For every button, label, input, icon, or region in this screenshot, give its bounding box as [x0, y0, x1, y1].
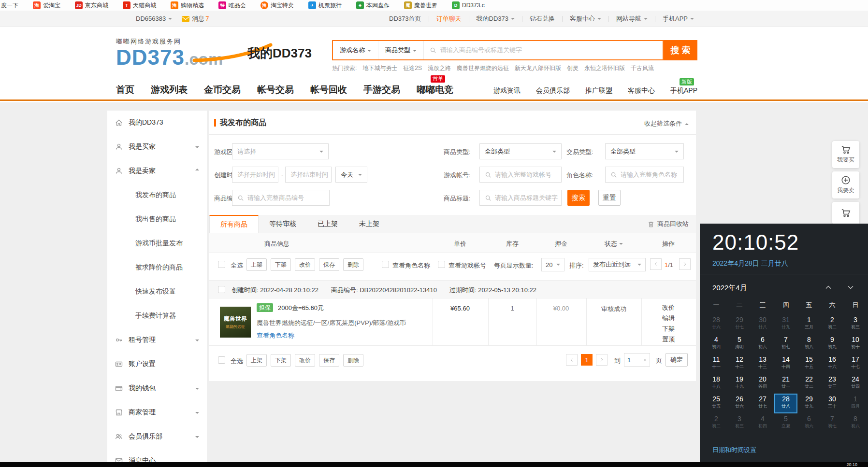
calendar-day-cell[interactable]: 27 廿七 [751, 394, 774, 413]
calendar-day-cell[interactable]: 3 初三 [844, 314, 867, 334]
filter-end-date-input[interactable]: 选择结束时间 [285, 167, 332, 183]
sidebar-item[interactable]: 商家管理 [107, 400, 207, 425]
bookmark-item[interactable]: ✈ 机票旅行 [308, 1, 342, 10]
filter-goods-sn-input[interactable]: 请输入完整商品编号 [232, 190, 330, 206]
sidebar-item[interactable]: 游戏币批量发布 [107, 231, 207, 255]
search-input[interactable]: 请输入商品编号或标题关键字 [424, 46, 663, 55]
bookmark-item[interactable]: 淘 购物精选 [171, 1, 204, 10]
row-action-link[interactable]: 改价 [662, 302, 675, 313]
select-all-checkbox[interactable] [218, 356, 225, 364]
calendar-day-cell[interactable]: 14 十四 [774, 354, 797, 374]
search-button[interactable]: 搜 索 [664, 40, 697, 60]
sort-select[interactable]: 发布由近到远 [589, 258, 646, 271]
calendar-day-cell[interactable]: 2 初二 [821, 314, 844, 334]
filter-goods-type-select[interactable]: 全部类型 [479, 143, 562, 159]
utility-nav-item[interactable]: 客服中心 [555, 14, 601, 23]
calendar-day-cell[interactable]: 20 谷雨 [751, 374, 774, 394]
calendar-day-cell[interactable]: 16 十六 [821, 354, 844, 374]
bookmark-item[interactable]: 度一下 [1, 1, 18, 10]
product-title[interactable]: 2000金=65.60元 [278, 304, 324, 312]
sidebar-item[interactable]: 我的钱包 [107, 376, 207, 400]
calendar-prev-month-button[interactable] [825, 283, 832, 291]
calendar-day-cell[interactable]: 7 初七 [774, 334, 797, 354]
bookmark-item[interactable]: 淘 淘宝特卖 [260, 1, 294, 10]
status-tab[interactable]: 已上架 [307, 215, 348, 233]
site-logo[interactable]: 嘟嘟网络游戏服务网 DD373.com [116, 37, 242, 69]
calendar-day-cell[interactable]: 6 初六 [751, 334, 774, 354]
hot-search-link[interactable]: 地下城与勇士 [362, 64, 397, 72]
page-1-button[interactable]: 1 [581, 354, 593, 366]
filter-trade-type-select[interactable]: 全部类型 [605, 143, 684, 159]
bookmark-item[interactable]: 淘 爱淘宝 [33, 1, 60, 10]
calendar-day-cell[interactable]: 22 廿二 [797, 374, 821, 394]
view-account-checkbox[interactable] [438, 261, 445, 268]
hot-search-link[interactable]: 魔兽世界燃烧的远征 [457, 64, 509, 72]
main-nav-item[interactable]: 帐号回收 [310, 84, 347, 96]
sidebar-item[interactable]: 我是卖家 [107, 159, 207, 183]
utility-nav-item[interactable]: 手机APP [648, 14, 694, 23]
bulk-action-button[interactable]: 改价 [295, 258, 315, 271]
user-id-dropdown[interactable]: DD656383 [136, 15, 172, 22]
bulk-action-button[interactable]: 改价 [295, 354, 315, 367]
sidebar-item[interactable]: 我的DD373 [107, 111, 207, 135]
row-action-link[interactable]: 置顶 [662, 334, 675, 345]
calendar-day-cell[interactable]: 30 廿八 [751, 314, 774, 334]
row-checkbox[interactable] [218, 286, 225, 293]
search-type-select[interactable]: 商品类型 [378, 41, 424, 59]
filter-game-account-input[interactable]: 请输入完整游戏帐号 [479, 167, 562, 183]
product-thumbnail[interactable]: 魔兽世界 燃烧的远征 [220, 307, 251, 338]
bookmark-item[interactable]: ♣ 本网盘作 [356, 1, 390, 10]
calendar-day-cell[interactable]: 28 廿八 [774, 394, 797, 413]
view-role-name-link[interactable]: 查看角色名称 [257, 331, 294, 340]
calendar-day-cell[interactable]: 5 立夏 [774, 413, 797, 433]
secondary-nav-item[interactable]: 游戏资讯 [493, 86, 521, 95]
bulk-action-button[interactable]: 保存 [319, 258, 339, 271]
calendar-day-cell[interactable]: 29 廿九 [797, 394, 821, 413]
calendar-day-cell[interactable]: 19 十九 [728, 374, 751, 394]
col-status-filter[interactable]: 状态 [605, 240, 623, 248]
status-tab[interactable]: 所有商品 [209, 215, 259, 233]
bulk-action-button[interactable]: 保存 [319, 354, 339, 367]
sidebar-item[interactable]: 会员俱乐部 [107, 425, 207, 449]
taskbar[interactable]: 20:10 [0, 462, 868, 467]
confirm-button[interactable]: 确定 [665, 353, 688, 367]
main-nav-item[interactable]: 首页 [116, 84, 134, 96]
calendar-day-cell[interactable]: 4 初四 [705, 334, 728, 354]
main-nav-item[interactable]: 首单 嘟嘟电竞 [417, 84, 453, 96]
calendar-day-cell[interactable]: 30 三十 [821, 394, 844, 413]
sidebar-item[interactable]: 租号管理 [107, 328, 207, 352]
calendar-day-cell[interactable]: 8 初八 [797, 334, 821, 354]
bulk-action-button[interactable]: 删除 [343, 258, 363, 271]
secondary-nav-item[interactable]: 客服中心 [628, 86, 655, 95]
calendar-day-cell[interactable]: 17 十七 [844, 354, 867, 374]
messages-link[interactable]: 消息 7 [182, 14, 209, 23]
float-buy-button[interactable]: 我要买 [832, 141, 859, 168]
filter-start-date-input[interactable]: 选择开始时间 [232, 167, 278, 183]
main-nav-item[interactable]: 手游交易 [363, 84, 400, 96]
recycle-bin-link[interactable]: 商品回收站 [648, 220, 689, 228]
sidebar-item[interactable]: 我是买家 [107, 135, 207, 159]
per-page-select[interactable]: 20 [541, 258, 564, 271]
hot-search-link[interactable]: 永恒之塔怀旧版 [584, 64, 625, 72]
status-tab[interactable]: 等待审核 [259, 215, 307, 233]
hot-search-link[interactable]: 征途2S [403, 64, 422, 72]
calendar-day-cell[interactable]: 13 十三 [751, 354, 774, 374]
filter-reset-button[interactable]: 重置 [598, 190, 621, 206]
secondary-nav-item[interactable]: 新版 手机APP [670, 86, 697, 95]
hot-search-link[interactable]: 流放之路 [428, 64, 451, 72]
utility-nav-item[interactable]: DD373首页 [389, 14, 421, 23]
search-game-select[interactable]: 游戏名称 [333, 41, 378, 59]
calendar-day-cell[interactable]: 23 廿三 [821, 374, 844, 394]
status-tab[interactable]: 未上架 [348, 215, 390, 233]
calendar-day-cell[interactable]: 4 初四 [751, 413, 774, 433]
view-role-checkbox[interactable] [382, 261, 389, 268]
float-cart-button[interactable] [832, 202, 859, 224]
hot-search-link[interactable]: 新天龙八部怀旧版 [515, 64, 561, 72]
utility-nav-item[interactable]: 钻石兑换 [515, 14, 555, 23]
row-action-link[interactable]: 编辑 [662, 313, 675, 324]
sidebar-item[interactable]: 手续费计算器 [107, 304, 207, 328]
calendar-day-cell[interactable]: 9 初九 [821, 334, 844, 354]
row-action-link[interactable]: 下架 [662, 324, 675, 334]
datetime-settings-link[interactable]: 日期和时间设置 [712, 446, 756, 454]
calendar-day-cell[interactable]: 18 十八 [705, 374, 728, 394]
